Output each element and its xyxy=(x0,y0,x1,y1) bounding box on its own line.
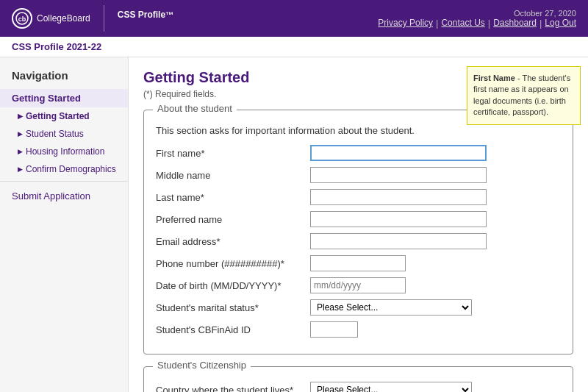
cbfinaid-id-row: Student's CBFinAid ID xyxy=(156,321,561,338)
sidebar-item-student-status[interactable]: ▶ Student Status xyxy=(0,125,128,143)
sidebar-sub-label: Housing Information xyxy=(26,146,104,157)
cbfinaid-id-label: Student's CBFinAid ID xyxy=(156,324,310,335)
about-student-content: This section asks for important informat… xyxy=(144,110,573,354)
preferred-name-row: Preferred name xyxy=(156,211,561,227)
triangle-icon: ▶ xyxy=(18,148,23,155)
last-name-row: Last name xyxy=(156,189,561,205)
sidebar-item-getting-started-sub[interactable]: ▶ Getting Started xyxy=(0,107,128,125)
phone-number-row: Phone number (##########) xyxy=(156,255,561,271)
citizenship-legend: Student's Citizenship xyxy=(153,360,251,371)
svg-text:cb: cb xyxy=(18,15,26,23)
about-student-legend: About the student xyxy=(153,103,237,114)
phone-number-input[interactable] xyxy=(310,255,406,271)
header-left: cb CollegeBoard CSS Profile™ xyxy=(12,5,173,32)
sidebar-title: Navigation xyxy=(0,66,128,89)
dashboard-link[interactable]: Dashboard xyxy=(493,18,537,28)
header-links: Privacy Policy | Contact Us | Dashboard … xyxy=(378,18,576,29)
first-name-label: First name xyxy=(156,148,310,159)
phone-number-label: Phone number (##########) xyxy=(156,258,310,269)
cbfinaid-id-input[interactable] xyxy=(310,321,358,338)
citizenship-content: Country where the student lives Please S… xyxy=(144,367,573,392)
tooltip-title: First Name xyxy=(473,74,515,82)
marital-status-select[interactable]: Please Select... xyxy=(310,299,472,316)
triangle-icon: ▶ xyxy=(18,165,23,173)
submit-label: Submit Application xyxy=(12,190,90,202)
email-address-label: Email address xyxy=(156,236,310,247)
collegeboard-logo: cb CollegeBoard xyxy=(12,8,90,29)
collegeboard-label: CollegeBoard xyxy=(37,13,90,24)
header: cb CollegeBoard CSS Profile™ October 27,… xyxy=(0,0,588,37)
sidebar-sub-label: Student Status xyxy=(26,129,84,139)
date-of-birth-input[interactable] xyxy=(310,277,406,293)
marital-status-row: Student's marital status Please Select..… xyxy=(156,299,561,316)
about-student-description: This section asks for important informat… xyxy=(156,125,561,136)
citizenship-section: Student's Citizenship Country where the … xyxy=(143,366,573,392)
email-address-input[interactable] xyxy=(310,233,487,249)
sidebar-sub-label: Getting Started xyxy=(26,111,90,121)
middle-name-row: Middle name xyxy=(156,167,561,183)
sidebar-item-housing-information[interactable]: ▶ Housing Information xyxy=(0,143,128,160)
main-layout: Navigation Getting Started ▶ Getting Sta… xyxy=(0,57,588,392)
logo-area: cb CollegeBoard CSS Profile™ xyxy=(12,5,173,32)
subheader-title: CSS Profile 2021-22 xyxy=(12,41,101,52)
middle-name-input[interactable] xyxy=(310,167,487,183)
subheader: CSS Profile 2021-22 xyxy=(0,37,588,57)
first-name-input[interactable] xyxy=(310,145,487,161)
sidebar-submit-application[interactable]: Submit Application xyxy=(0,185,128,207)
last-name-label: Last name xyxy=(156,192,310,203)
middle-name-label: Middle name xyxy=(156,170,310,181)
sidebar-divider xyxy=(0,181,128,182)
sidebar-sub-label: Confirm Demographics xyxy=(26,164,116,174)
first-name-row: First name xyxy=(156,145,561,161)
country-lives-row: Country where the student lives Please S… xyxy=(156,382,561,392)
privacy-policy-link[interactable]: Privacy Policy xyxy=(378,18,433,28)
date-of-birth-label: Date of birth (MM/DD/YYYY) xyxy=(156,280,310,291)
date-of-birth-row: Date of birth (MM/DD/YYYY) xyxy=(156,277,561,293)
sidebar-item-confirm-demographics[interactable]: ▶ Confirm Demographics xyxy=(0,160,128,178)
triangle-icon: ▶ xyxy=(18,130,23,138)
email-address-row: Email address xyxy=(156,233,561,249)
sidebar-item-label: Getting Started xyxy=(12,93,81,104)
triangle-icon: ▶ xyxy=(18,113,23,120)
contact-us-link[interactable]: Contact Us xyxy=(441,18,484,28)
preferred-name-label: Preferred name xyxy=(156,214,310,225)
marital-status-label: Student's marital status xyxy=(156,302,310,313)
header-date: October 27, 2020 xyxy=(514,9,576,18)
preferred-name-input[interactable] xyxy=(310,211,487,227)
last-name-input[interactable] xyxy=(310,189,487,205)
about-student-section: About the student This section asks for … xyxy=(143,110,573,354)
sidebar: Navigation Getting Started ▶ Getting Sta… xyxy=(0,57,129,392)
content-area: Getting Started (*) Required fields. Abo… xyxy=(129,57,588,392)
sidebar-item-getting-started[interactable]: Getting Started xyxy=(0,89,128,107)
first-name-tooltip: First Name - The student's first name as… xyxy=(467,66,581,125)
log-out-link[interactable]: Log Out xyxy=(545,18,576,28)
header-right-col: October 27, 2020 Privacy Policy | Contac… xyxy=(378,9,576,29)
country-lives-select[interactable]: Please Select... xyxy=(310,382,472,392)
app-title: CSS Profile™ xyxy=(118,9,173,28)
cb-logo-icon: cb xyxy=(12,8,32,29)
country-lives-label: Country where the student lives xyxy=(156,385,310,393)
